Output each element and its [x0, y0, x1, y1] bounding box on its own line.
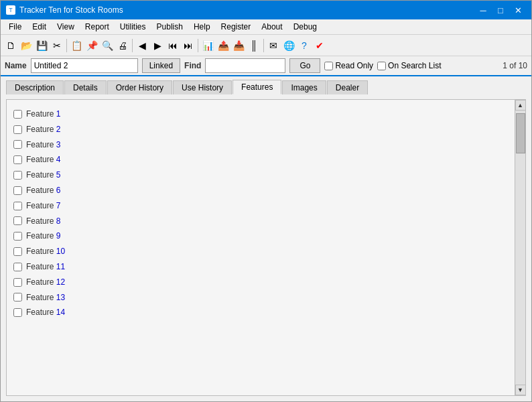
find-label: Find	[184, 61, 201, 70]
tb-next[interactable]: ▶	[150, 38, 165, 53]
menu-about[interactable]: About	[256, 21, 287, 33]
feature-name: Feature 12	[26, 277, 65, 288]
menu-register[interactable]: Register	[216, 21, 257, 33]
close-button[interactable]: ✕	[510, 3, 526, 17]
feature-item: Feature 12	[12, 275, 509, 290]
feature-item: Feature 5	[12, 168, 509, 183]
menu-edit[interactable]: Edit	[27, 21, 52, 33]
tab-order-history[interactable]: Order History	[107, 80, 172, 94]
menu-view[interactable]: View	[52, 21, 80, 33]
linked-button[interactable]: Linked	[142, 58, 180, 73]
go-button[interactable]: Go	[289, 58, 320, 73]
tab-use-history[interactable]: Use History	[173, 80, 232, 94]
tb-print[interactable]: 🖨	[115, 38, 130, 53]
tb-find[interactable]: 🔍	[100, 38, 115, 53]
record-bar: Name Linked Find Go Read Only On Search …	[1, 56, 531, 76]
read-only-label[interactable]: Read Only	[324, 61, 373, 70]
tb-prev[interactable]: ◀	[135, 38, 149, 53]
tab-features[interactable]: Features	[232, 80, 281, 94]
feature-checkbox[interactable]	[13, 186, 22, 195]
content-area: Feature 1 Feature 2 Feature 3 Feature 4 …	[1, 94, 531, 401]
tb-report[interactable]: 📊	[200, 38, 215, 53]
feature-checkbox[interactable]	[13, 125, 22, 134]
menu-utilities[interactable]: Utilities	[115, 21, 151, 33]
tb-web[interactable]: 🌐	[281, 38, 296, 53]
feature-name: Feature 11	[26, 261, 65, 273]
tb-cut[interactable]: ✂	[50, 38, 64, 53]
feature-item: Feature 1	[12, 107, 509, 122]
feature-item: Feature 4	[12, 152, 509, 168]
feature-item: Feature 9	[12, 228, 509, 244]
tb-last[interactable]: ⏭	[181, 38, 196, 53]
scroll-up-arrow[interactable]: ▲	[515, 100, 526, 111]
features-list[interactable]: Feature 1 Feature 2 Feature 3 Feature 4 …	[7, 100, 515, 395]
read-only-checkbox[interactable]	[324, 62, 333, 70]
tab-bar: Description Details Order History Use Hi…	[1, 76, 531, 94]
feature-checkbox[interactable]	[13, 110, 22, 119]
tb-paste[interactable]: 📌	[84, 38, 99, 53]
feature-item: Feature 7	[12, 198, 509, 214]
tab-description[interactable]: Description	[6, 80, 64, 94]
feature-checkbox[interactable]	[13, 278, 22, 287]
tb-first[interactable]: ⏮	[165, 38, 180, 53]
menu-publish[interactable]: Publish	[151, 21, 188, 33]
tb-save[interactable]: 💾	[34, 38, 49, 53]
feature-item: Feature 2	[12, 122, 509, 137]
feature-checkbox[interactable]	[13, 171, 22, 180]
tb-export[interactable]: 📤	[216, 38, 230, 53]
menu-file[interactable]: File	[3, 21, 27, 33]
tab-dealer[interactable]: Dealer	[327, 80, 368, 94]
feature-item: Feature 10	[12, 244, 509, 259]
feature-name: Feature 5	[26, 170, 60, 181]
minimize-button[interactable]: ─	[475, 3, 491, 17]
feature-checkbox[interactable]	[13, 155, 22, 164]
tb-help[interactable]: ?	[297, 38, 312, 53]
feature-checkbox[interactable]	[13, 263, 22, 271]
window-controls: ─ □ ✕	[475, 3, 526, 17]
menu-debug[interactable]: Debug	[288, 21, 322, 33]
feature-item: Feature 8	[12, 214, 509, 229]
on-search-list-label[interactable]: On Search List	[377, 61, 441, 70]
scroll-thumb[interactable]	[516, 113, 525, 153]
feature-checkbox[interactable]	[13, 293, 22, 302]
name-input[interactable]	[31, 58, 138, 73]
scroll-down-arrow[interactable]: ▼	[515, 385, 526, 395]
feature-checkbox[interactable]	[13, 216, 22, 225]
app-icon: T	[6, 5, 15, 15]
find-input[interactable]	[205, 58, 285, 73]
features-panel: Feature 1 Feature 2 Feature 3 Feature 4 …	[6, 99, 526, 396]
tb-check[interactable]: ✔	[312, 38, 327, 53]
toolbar-sep-3	[198, 39, 198, 52]
name-label: Name	[5, 61, 27, 70]
toolbar-sep-2	[132, 39, 133, 52]
tab-images[interactable]: Images	[282, 80, 326, 94]
maximize-button[interactable]: □	[492, 3, 509, 17]
window-title: Tracker Ten for Stock Rooms	[19, 5, 123, 15]
tab-details[interactable]: Details	[64, 80, 107, 94]
tb-barcode[interactable]: ║	[247, 38, 261, 53]
feature-item: Feature 13	[12, 290, 509, 306]
tb-new[interactable]: 🗋	[3, 38, 18, 53]
tb-import[interactable]: 📥	[231, 38, 246, 53]
tb-copy[interactable]: 📋	[69, 38, 84, 53]
feature-name: Feature 14	[26, 307, 65, 318]
tb-email[interactable]: ✉	[266, 38, 281, 53]
toolbar: 🗋 📂 💾 ✂ 📋 📌 🔍 🖨 ◀ ▶ ⏮ ⏭ 📊 📤 📥 ║ ✉ 🌐 ? ✔	[1, 35, 531, 56]
feature-checkbox[interactable]	[13, 232, 22, 241]
menu-report[interactable]: Report	[80, 21, 115, 33]
feature-item: Feature 14	[12, 305, 509, 320]
feature-name: Feature 8	[26, 216, 60, 227]
on-search-list-checkbox[interactable]	[377, 62, 386, 70]
feature-checkbox[interactable]	[13, 140, 22, 149]
menu-bar: File Edit View Report Utilities Publish …	[1, 19, 531, 35]
feature-name: Feature 3	[26, 139, 60, 151]
feature-checkbox[interactable]	[13, 202, 22, 210]
feature-checkbox[interactable]	[13, 247, 22, 256]
menu-help[interactable]: Help	[188, 21, 216, 33]
tb-open[interactable]: 📂	[19, 38, 34, 53]
feature-checkbox[interactable]	[13, 308, 22, 317]
scroll-thumb-container	[515, 111, 525, 385]
record-count: 1 of 10	[503, 61, 527, 70]
feature-item: Feature 11	[12, 259, 509, 275]
feature-item: Feature 3	[12, 137, 509, 153]
